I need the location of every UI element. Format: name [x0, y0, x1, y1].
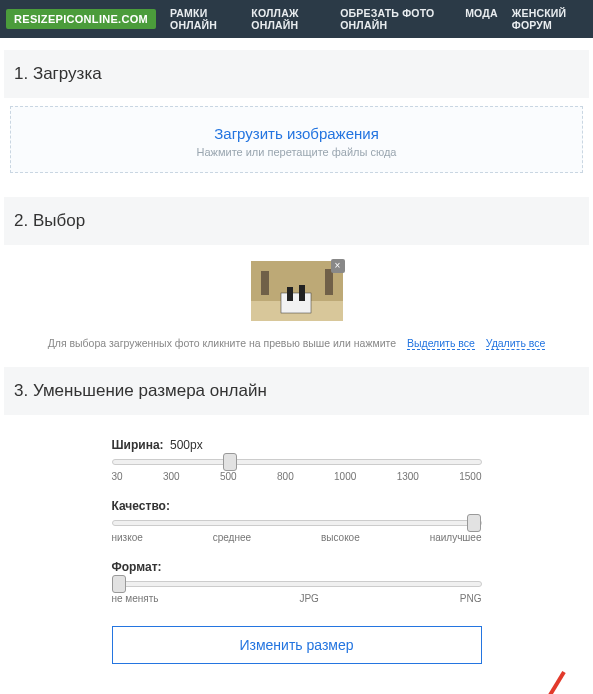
tick: PNG	[460, 593, 482, 604]
arrow-annotation-icon	[469, 667, 579, 694]
section-select-title: 2. Выбор	[4, 197, 589, 245]
tick: 800	[277, 471, 294, 482]
quality-slider[interactable]	[112, 520, 482, 526]
tick: 500	[220, 471, 237, 482]
brand-badge[interactable]: RESIZEPICONLINE.COM	[6, 9, 156, 29]
svg-rect-2	[281, 293, 311, 313]
tick: 1000	[334, 471, 356, 482]
width-slider[interactable]	[112, 459, 482, 465]
thumbnail-remove-icon[interactable]: ×	[331, 259, 345, 273]
tick: наилучшее	[430, 532, 482, 543]
delete-all-link[interactable]: Удалить все	[486, 337, 546, 350]
svg-rect-7	[325, 269, 333, 295]
upload-hint: Нажмите или перетащите файлы сюда	[11, 146, 582, 158]
tick: не менять	[112, 593, 159, 604]
width-label: Ширина:	[112, 438, 164, 452]
section-upload-title: 1. Загрузка	[4, 50, 589, 98]
nav-fashion[interactable]: МОДА	[465, 7, 498, 31]
upload-link[interactable]: Загрузить изображения	[11, 125, 582, 142]
svg-rect-4	[287, 287, 293, 301]
tick: среднее	[213, 532, 251, 543]
width-value: 500px	[170, 438, 203, 452]
svg-rect-5	[299, 285, 305, 301]
resize-button[interactable]: Изменить размер	[112, 626, 482, 664]
quality-label: Качество:	[112, 499, 170, 513]
tick: 300	[163, 471, 180, 482]
nav-collage[interactable]: КОЛЛАЖ ОНЛАЙН	[251, 7, 326, 31]
thumbnails: × Для выбора загруженных фото кликните н…	[4, 261, 589, 349]
select-caption-text: Для выбора загруженных фото кликните на …	[48, 337, 396, 349]
thumbnail-image	[251, 261, 343, 321]
tick: 1300	[397, 471, 419, 482]
upload-dropzone[interactable]: Загрузить изображения Нажмите или перета…	[10, 106, 583, 173]
format-slider[interactable]	[112, 581, 482, 587]
section-resize-title: 3. Уменьшение размера онлайн	[4, 367, 589, 415]
tick: низкое	[112, 532, 143, 543]
svg-rect-6	[261, 271, 269, 295]
main-nav: РАМКИ ОНЛАЙН КОЛЛАЖ ОНЛАЙН ОБРЕЗАТЬ ФОТО…	[170, 7, 587, 31]
tick: JPG	[299, 593, 318, 604]
select-all-link[interactable]: Выделить все	[407, 337, 475, 350]
nav-frames[interactable]: РАМКИ ОНЛАЙН	[170, 7, 237, 31]
tick: 1500	[459, 471, 481, 482]
quality-ticks: низкое среднее высокое наилучшее	[112, 532, 482, 543]
top-navbar: RESIZEPICONLINE.COM РАМКИ ОНЛАЙН КОЛЛАЖ …	[0, 0, 593, 38]
tick: высокое	[321, 532, 360, 543]
nav-forum[interactable]: ЖЕНСКИЙ ФОРУМ	[512, 7, 587, 31]
tick: 30	[112, 471, 123, 482]
thumbnail[interactable]: ×	[251, 261, 343, 321]
width-ticks: 30 300 500 800 1000 1300 1500	[112, 471, 482, 482]
nav-crop[interactable]: ОБРЕЗАТЬ ФОТО ОНЛАЙН	[340, 7, 451, 31]
select-caption: Для выбора загруженных фото кликните на …	[4, 337, 589, 349]
format-ticks: не менять JPG PNG	[112, 593, 482, 604]
resize-controls: Ширина: 500px 30 300 500 800 1000 1300 1…	[112, 435, 482, 664]
format-label: Формат:	[112, 560, 162, 574]
